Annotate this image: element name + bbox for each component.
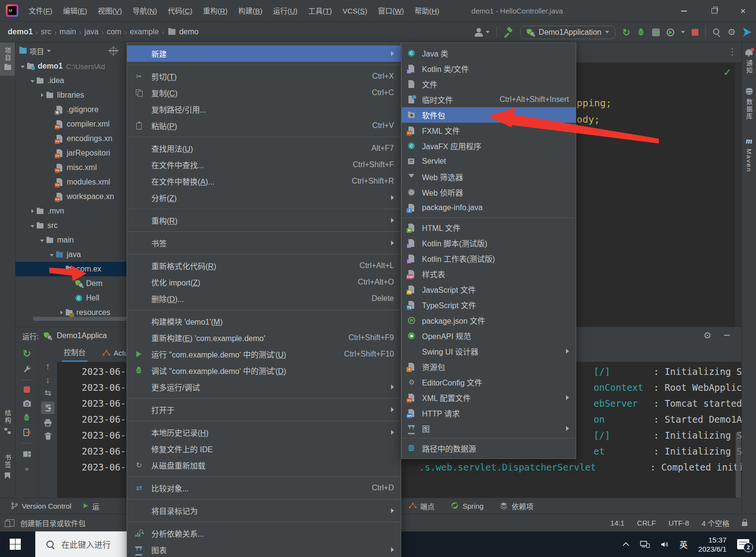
new-submenu-item[interactable]: H HTML 文件 bbox=[402, 220, 576, 235]
minimize-button[interactable] bbox=[673, 0, 695, 22]
profiler-button[interactable] bbox=[652, 29, 660, 36]
tab-database[interactable]: 数据库 bbox=[744, 99, 754, 120]
new-submenu-item[interactable]: 路径中的数据源 bbox=[402, 441, 576, 456]
user-profile-button[interactable] bbox=[474, 28, 490, 37]
context-menu-item[interactable]: 重新构建(E) 'com.example.demo'Ctrl+Shift+F9 bbox=[127, 329, 401, 346]
context-menu-item[interactable]: 打开于 bbox=[127, 401, 401, 418]
context-menu-item[interactable]: 查找用法(U)Alt+F7 bbox=[127, 140, 401, 157]
menubar-item[interactable]: 构建(B) bbox=[233, 0, 268, 22]
more-run-options-chevron-icon[interactable] bbox=[681, 31, 685, 33]
stop-button[interactable] bbox=[24, 386, 30, 393]
stop-button[interactable] bbox=[692, 29, 698, 36]
context-menu-item[interactable]: 复制路径/引用... bbox=[127, 101, 401, 117]
context-menu-item[interactable]: 调试 ''com.example.demo' 中的测试'(D) bbox=[127, 362, 401, 379]
context-menu-item[interactable]: 重构(R) bbox=[127, 212, 401, 229]
context-menu-item[interactable]: 删除(D)...Delete bbox=[127, 290, 401, 307]
context-menu-item[interactable]: 分析(Z) bbox=[127, 189, 401, 206]
more-actions-chevrons-icon[interactable]: » bbox=[25, 465, 29, 472]
new-submenu-item[interactable]: CSS 样式表 bbox=[402, 266, 576, 282]
action-center-icon[interactable]: 2 bbox=[737, 539, 749, 549]
hide-panel-icon[interactable] bbox=[724, 335, 730, 336]
scroll-to-end-button[interactable] bbox=[41, 401, 55, 414]
new-submenu-item[interactable]: OpenAPI 规范 bbox=[402, 328, 576, 343]
context-menu-item[interactable]: 分析依赖关系... bbox=[127, 525, 401, 542]
new-submenu-item[interactable]: ⚙ EditorConfig 文件 bbox=[402, 374, 576, 390]
new-submenu-item[interactable]: <> FXML 文件 bbox=[402, 123, 576, 138]
menubar-item[interactable]: 运行(U) bbox=[268, 0, 303, 22]
tab-Spring[interactable]: Spring bbox=[451, 502, 483, 510]
tray-clock[interactable]: 15:37 2023/6/1 bbox=[698, 535, 727, 554]
context-menu-item[interactable]: ↑↑ 图表 bbox=[127, 542, 401, 557]
menubar-item[interactable]: 重构(R) bbox=[198, 0, 233, 22]
tree-item-misc.xml[interactable]: <>misc.xml bbox=[15, 160, 127, 175]
lock-icon[interactable] bbox=[742, 522, 747, 526]
tree-item-jarRepositori[interactable]: <>jarRepositori bbox=[15, 146, 127, 160]
tree-item-Hell[interactable]: CHell bbox=[15, 291, 127, 305]
tray-expand-chevron-icon[interactable] bbox=[623, 542, 629, 546]
new-submenu-item[interactable]: TS TypeScript 文件 bbox=[402, 297, 576, 313]
close-button[interactable]: × bbox=[732, 0, 754, 22]
soft-wrap-icon[interactable]: ⇆ bbox=[44, 389, 51, 397]
chevron-down-icon[interactable] bbox=[47, 50, 51, 52]
menubar-item[interactable]: 帮助(H) bbox=[409, 0, 445, 22]
tree-item-workspace.xn[interactable]: <>workspace.xn bbox=[15, 189, 127, 204]
run-button[interactable]: ↻ bbox=[622, 28, 630, 37]
breadcrumb-item[interactable]: demo bbox=[179, 28, 199, 36]
new-submenu-item[interactable]: ↑↑ 图 bbox=[402, 421, 576, 436]
breadcrumb-item[interactable]: demo1 bbox=[8, 28, 33, 36]
new-submenu-item[interactable]: Swing UI 设计器 bbox=[402, 343, 576, 359]
editor-scrollbar[interactable] bbox=[735, 63, 741, 327]
new-submenu-item[interactable]: 软件包 bbox=[402, 107, 576, 123]
menubar-item[interactable]: 导航(N) bbox=[127, 0, 162, 22]
tree-item-.idea[interactable]: .idea bbox=[15, 73, 127, 88]
breadcrumb-item[interactable]: src bbox=[41, 28, 51, 36]
new-submenu-item[interactable]: <> XML 配置文件 bbox=[402, 390, 576, 405]
horizontal-scrollbar[interactable] bbox=[33, 317, 127, 321]
tree-item-modules.xml[interactable]: <>modules.xml bbox=[15, 175, 127, 189]
thread-dump-camera-icon[interactable] bbox=[23, 399, 31, 408]
new-submenu-item[interactable]: JS JavaScript 文件 bbox=[402, 282, 576, 297]
caret-position[interactable]: 14:1 bbox=[611, 519, 625, 527]
context-menu-item[interactable]: 修复文件上的 IDE bbox=[127, 441, 401, 457]
database-icon[interactable] bbox=[746, 88, 753, 95]
new-submenu-item[interactable]: js package.json 文件 bbox=[402, 313, 576, 328]
print-icon[interactable] bbox=[44, 418, 52, 427]
tab-notifications[interactable]: 通知 bbox=[744, 60, 754, 74]
tab-version-control[interactable]: Version Control bbox=[11, 502, 72, 510]
editor-options-kebab-icon[interactable]: ⋮ bbox=[728, 46, 737, 57]
new-submenu-item[interactable]: Kotlin 脚本(测试版) bbox=[402, 235, 576, 251]
new-submenu-item[interactable]: Servlet bbox=[402, 154, 576, 169]
tab-run[interactable]: 运 bbox=[82, 501, 100, 511]
file-encoding[interactable]: UTF-8 bbox=[669, 519, 689, 527]
tree-chevron-down-icon[interactable] bbox=[29, 77, 36, 85]
context-menu-item[interactable]: 将目录标记为 bbox=[127, 502, 401, 519]
menubar-item[interactable]: 代码(C) bbox=[162, 0, 198, 22]
run-tab-控制台[interactable]: 控制台 bbox=[62, 343, 87, 362]
tree-item-java[interactable]: java bbox=[15, 247, 127, 262]
new-submenu-item[interactable]: ≡ 资源包 bbox=[402, 359, 576, 374]
run-settings-gear-icon[interactable]: ⚙ bbox=[703, 331, 712, 340]
context-menu-item[interactable]: 书签 bbox=[127, 235, 401, 251]
ide-services-icon[interactable] bbox=[742, 28, 751, 37]
new-submenu-item[interactable]: C JavaFX 应用程序 bbox=[402, 138, 576, 154]
sidebar-tab-bookmarks[interactable]: 书签 bbox=[0, 454, 15, 479]
indent-setting[interactable]: 4 个空格 bbox=[701, 518, 729, 528]
restart-debug-icon[interactable] bbox=[23, 414, 31, 422]
maximize-button[interactable] bbox=[703, 0, 726, 22]
tree-item-src[interactable]: src bbox=[15, 218, 127, 233]
menubar-item[interactable]: 视图(V) bbox=[92, 0, 127, 22]
context-menu-item[interactable]: 运行 ''com.example.demo' 中的测试'(U)Ctrl+Shif… bbox=[127, 346, 401, 362]
sidebar-tab-project[interactable]: 项目 bbox=[0, 43, 15, 76]
layout-settings-icon[interactable] bbox=[23, 450, 31, 458]
context-menu-item[interactable]: 在文件中查找...Ctrl+Shift+F bbox=[127, 157, 401, 173]
up-stack-trace-icon[interactable]: ↑ bbox=[45, 362, 50, 371]
new-submenu-item[interactable]: Kotlin 工作表(测试版) bbox=[402, 251, 576, 266]
tree-item-compiler.xml[interactable]: <>compiler.xml bbox=[15, 117, 127, 131]
rerun-button[interactable]: ↻ bbox=[23, 348, 31, 358]
context-menu-item[interactable]: 复制(C)Ctrl+C bbox=[127, 85, 401, 101]
down-stack-trace-icon[interactable]: ↓ bbox=[45, 375, 50, 385]
clear-trash-icon[interactable] bbox=[44, 431, 52, 440]
edit-configuration-wrench-icon[interactable] bbox=[23, 365, 31, 373]
build-hammer-icon[interactable] bbox=[504, 28, 513, 37]
tree-item-encodings.xn[interactable]: <>encodings.xn bbox=[15, 131, 127, 146]
